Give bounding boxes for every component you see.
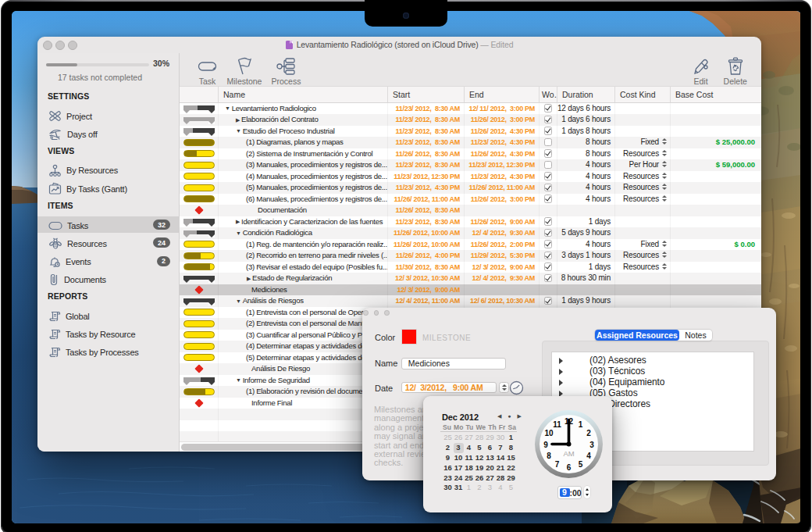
svg-text:6: 6 [567, 463, 572, 472]
svg-text:2: 2 [586, 429, 591, 437]
svg-text:5: 5 [579, 460, 583, 469]
svg-text:10: 10 [544, 429, 554, 437]
svg-text:7: 7 [555, 460, 560, 469]
svg-text:3: 3 [589, 441, 594, 449]
svg-text:1: 1 [579, 420, 583, 429]
svg-text:11: 11 [553, 420, 561, 429]
svg-text:9: 9 [543, 441, 548, 449]
svg-text:8: 8 [547, 452, 551, 460]
svg-text:AM: AM [563, 449, 574, 458]
svg-text:4: 4 [586, 452, 591, 460]
